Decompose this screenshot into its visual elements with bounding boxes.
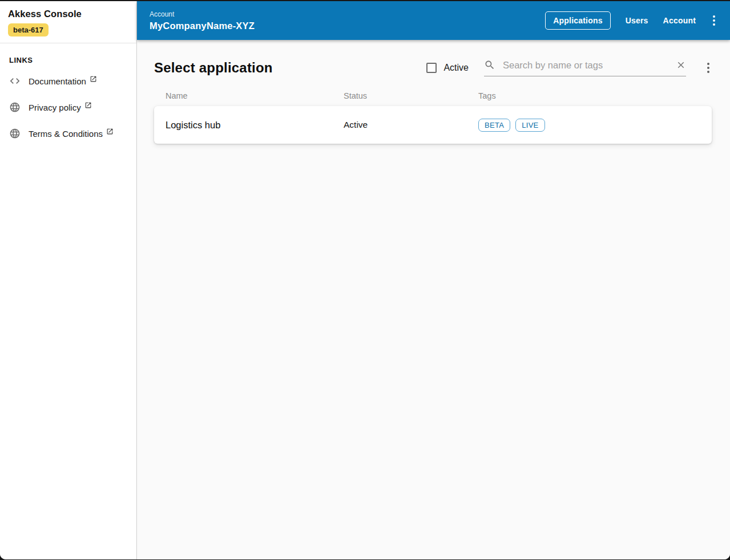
appbar-account-block: Account MyCompanyName-XYZ [150, 10, 255, 31]
appbar-more-options-icon[interactable] [711, 13, 717, 28]
nav-account-link[interactable]: Account [663, 16, 696, 25]
external-link-icon [84, 102, 92, 109]
search-field [484, 59, 686, 76]
application-name: Logistics hub [154, 120, 344, 131]
content-column: Account MyCompanyName-XYZ Applications U… [137, 1, 730, 559]
appbar: Account MyCompanyName-XYZ Applications U… [137, 1, 730, 40]
globe-icon [9, 102, 21, 113]
version-badge: beta-617 [8, 23, 49, 36]
page-title: Select application [154, 60, 273, 76]
application-status: Active [344, 120, 478, 130]
tag-chip: BETA [478, 119, 510, 132]
toolbar: Select application Active [154, 59, 712, 76]
table-row[interactable]: Logistics hub Active BETA LIVE [154, 106, 712, 144]
sidebar-header: Akkess Console beta-617 [0, 1, 136, 43]
search-input[interactable] [503, 60, 676, 71]
external-link-icon [106, 128, 114, 135]
applications-table: Name Status Tags Logistics hub Active BE… [154, 91, 712, 144]
sidebar-item-label: Terms & Conditions [29, 129, 103, 139]
sidebar-item-label: Privacy policy [29, 103, 81, 112]
appbar-account-name: MyCompanyName-XYZ [150, 21, 255, 31]
main-content: Select application Active [137, 40, 730, 559]
application-tags: BETA LIVE [478, 119, 712, 132]
search-icon [484, 59, 495, 71]
sidebar-item-documentation[interactable]: Documentation [0, 68, 136, 94]
toolbar-controls: Active [426, 59, 712, 76]
table-header-row: Name Status Tags [154, 91, 712, 106]
tag-chip: LIVE [515, 119, 545, 132]
sidebar-item-privacy-policy[interactable]: Privacy policy [0, 94, 136, 120]
appbar-nav: Applications Users Account [545, 11, 717, 30]
code-icon [9, 75, 21, 87]
appbar-overline: Account [150, 10, 255, 18]
column-header-status: Status [344, 91, 478, 100]
links-section-header: LINKS [9, 56, 127, 64]
app-title: Akkess Console [8, 9, 128, 19]
list-options-icon[interactable] [705, 60, 712, 75]
sidebar: Akkess Console beta-617 LINKS Documentat… [0, 1, 137, 559]
app-window: Akkess Console beta-617 LINKS Documentat… [0, 1, 730, 559]
external-link-icon [90, 75, 97, 83]
clear-search-icon[interactable] [676, 60, 686, 70]
active-filter-checkbox[interactable] [426, 63, 437, 73]
column-header-tags: Tags [478, 91, 712, 100]
nav-applications-button[interactable]: Applications [545, 11, 610, 30]
globe-icon [9, 128, 21, 139]
column-header-name: Name [154, 91, 344, 100]
nav-users-link[interactable]: Users [626, 16, 648, 25]
active-filter-label: Active [443, 63, 469, 73]
sidebar-item-label: Documentation [29, 76, 86, 86]
sidebar-item-terms-conditions[interactable]: Terms & Conditions [0, 120, 136, 147]
